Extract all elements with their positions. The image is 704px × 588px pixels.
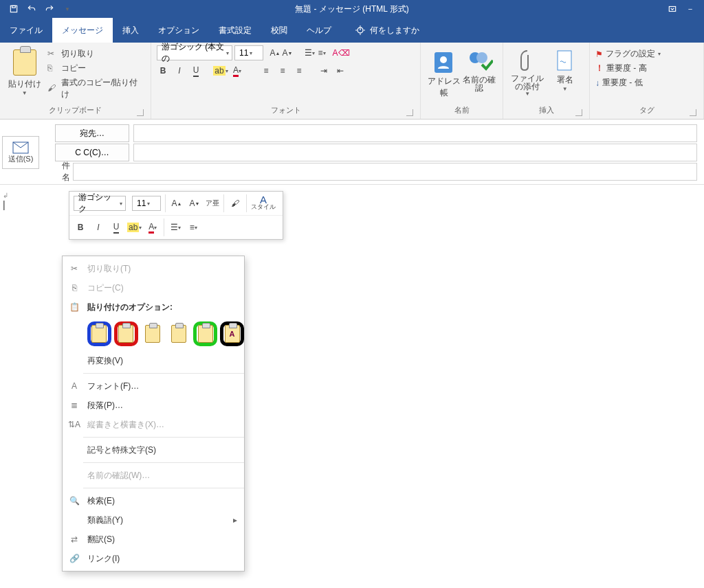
importance-high-button[interactable]: ！重要度 - 高 <box>595 63 647 74</box>
cm-paragraph[interactable]: ≣段落(P)… <box>63 396 244 415</box>
tab-file[interactable]: ファイル <box>0 18 52 43</box>
cm-reconvert[interactable]: 再変換(V) <box>63 351 244 370</box>
mini-styles-label: スタイル <box>251 203 276 210</box>
tab-help[interactable]: ヘルプ <box>297 18 341 43</box>
align-left-icon[interactable]: ≡ <box>260 65 272 77</box>
mini-shrink-font-icon[interactable]: A▼ <box>188 196 201 211</box>
align-right-icon[interactable]: ≡ <box>293 65 305 77</box>
insert-launcher[interactable] <box>575 109 582 116</box>
chevron-right-icon: ▸ <box>233 515 244 525</box>
paste-button[interactable]: 貼り付け ▼ <box>6 45 43 96</box>
underline-icon[interactable]: U <box>190 65 202 77</box>
tab-format[interactable]: 書式設定 <box>209 18 261 43</box>
tab-message[interactable]: メッセージ <box>52 18 113 43</box>
mini-font-color-icon[interactable]: A▾ <box>146 220 160 235</box>
clipboard-launcher[interactable] <box>137 109 144 116</box>
font-color-icon[interactable]: A▾ <box>231 65 243 77</box>
bold-icon[interactable]: B <box>157 65 169 77</box>
format-painter-button[interactable]: 🖌書式のコピー/貼り付け <box>47 77 145 100</box>
mini-format-painter-icon[interactable]: 🖌 <box>228 196 242 211</box>
cm-font-label: フォント(F)… <box>87 381 139 392</box>
cm-cut[interactable]: ✂切り取り(T) <box>63 259 244 278</box>
cm-link[interactable]: 🔗リンク(I) <box>63 549 244 568</box>
ribbon-display-icon[interactable] <box>666 2 679 16</box>
mini-italic-icon[interactable]: I <box>91 220 105 235</box>
paste-picture-button[interactable] <box>193 321 217 346</box>
check-names-button[interactable]: 名前の確認 <box>462 45 498 92</box>
mini-styles-button[interactable]: Aスタイル <box>251 196 276 211</box>
indent-increase-icon[interactable]: ⇥ <box>318 65 330 77</box>
attach-file-button[interactable]: ファイルの添付▼ <box>509 45 547 97</box>
undo-icon[interactable] <box>25 2 38 16</box>
mini-highlight-icon[interactable]: ab▾ <box>127 220 142 235</box>
cut-button[interactable]: ✂切り取り <box>47 48 145 60</box>
qat-dropdown-icon[interactable]: ▼ <box>60 2 74 16</box>
paste-keep-source-button[interactable] <box>87 321 111 346</box>
align-center-icon[interactable]: ≡ <box>276 65 289 77</box>
save-icon[interactable] <box>7 2 21 16</box>
flag-button[interactable]: ⚑フラグの設定▾ <box>595 48 661 60</box>
mini-size-combo[interactable]: 11▾ <box>132 196 161 211</box>
paste-text-only-button[interactable]: A <box>220 321 244 346</box>
svg-rect-8 <box>558 51 571 70</box>
mini-font-combo[interactable]: 游ゴシック▾ <box>74 196 126 211</box>
to-input[interactable] <box>133 124 697 142</box>
send-button[interactable]: 送信(S) <box>2 136 39 169</box>
font-size-combo[interactable]: 11▾ <box>234 45 263 60</box>
cc-label: C C(C)… <box>75 148 109 157</box>
cm-checknames[interactable]: 名前の確認(W)… <box>63 466 244 485</box>
mini-bullets-icon[interactable]: ☰▾ <box>168 220 182 235</box>
tab-options[interactable]: オプション <box>148 18 209 43</box>
tags-launcher[interactable] <box>690 109 696 116</box>
cm-search[interactable]: 🔍検索(E) <box>63 491 244 510</box>
signature-button[interactable]: 署名▼ <box>547 45 584 92</box>
highlight-icon[interactable]: ab▾ <box>214 65 227 77</box>
clear-format-icon[interactable]: A⌫ <box>335 47 347 59</box>
address-book-button[interactable]: アドレス帳 <box>426 45 462 99</box>
importance-low-button[interactable]: ↓重要度 - 低 <box>595 77 643 89</box>
mini-numbering-icon[interactable]: ≡▾ <box>186 220 200 235</box>
grow-font-icon[interactable]: A▲ <box>269 47 281 59</box>
mini-grow-font-icon[interactable]: A▲ <box>170 196 184 211</box>
cc-input[interactable] <box>133 144 697 161</box>
cm-translate-label: 翻訳(S) <box>87 534 115 545</box>
group-insert-label: 挿入 <box>539 106 554 114</box>
subject-input[interactable] <box>73 163 697 181</box>
font-launcher[interactable] <box>406 109 413 116</box>
to-label: 宛先… <box>80 128 104 139</box>
cm-direction[interactable]: ⇅A縦書きと横書き(X)… <box>63 415 244 434</box>
bullets-icon[interactable]: ☰▾ <box>303 47 316 59</box>
minimize-button[interactable]: － <box>683 2 697 16</box>
cc-button[interactable]: C C(C)… <box>55 144 129 161</box>
font-size-value: 11 <box>239 48 248 58</box>
tab-review[interactable]: 校閲 <box>261 18 297 43</box>
cm-direction-label: 縦書きと横書き(X)… <box>87 419 164 431</box>
cm-translate[interactable]: ⇄翻訳(S) <box>63 530 244 549</box>
shrink-font-icon[interactable]: A▼ <box>281 47 294 59</box>
cm-synonyms[interactable]: 類義語(Y)▸ <box>63 510 244 530</box>
paste-merge-button[interactable] <box>114 321 138 346</box>
paste-link-button[interactable] <box>167 321 190 346</box>
cm-checknames-label: 名前の確認(W)… <box>87 470 150 482</box>
cm-cut-label: 切り取り(T) <box>87 263 131 275</box>
mini-underline-icon[interactable]: U <box>109 220 123 235</box>
cm-font[interactable]: Aフォント(F)… <box>63 376 244 396</box>
copy-button[interactable]: ⎘コピー <box>47 63 145 74</box>
italic-icon[interactable]: I <box>173 65 186 77</box>
tab-insert[interactable]: 挿入 <box>113 18 148 43</box>
font-name-combo[interactable]: 游ゴシック (本文の▾ <box>157 45 232 60</box>
paintbrush-icon: 🖌 <box>47 83 58 94</box>
mini-phonetic-icon[interactable]: ア亜 <box>206 196 219 211</box>
cm-copy[interactable]: ⎘コピー(C) <box>63 278 244 297</box>
translate-icon: ⇄ <box>68 534 80 544</box>
tell-me-search[interactable]: 何をしますか <box>355 25 419 36</box>
svg-rect-0 <box>10 5 16 12</box>
numbering-icon[interactable]: ≡▾ <box>316 47 328 59</box>
indent-decrease-icon[interactable]: ⇤ <box>334 65 346 77</box>
tell-me-label: 何をしますか <box>370 25 419 36</box>
redo-icon[interactable] <box>43 2 56 16</box>
cm-symbols[interactable]: 記号と特殊文字(S) <box>63 440 244 460</box>
mini-bold-icon[interactable]: B <box>74 220 87 235</box>
to-button[interactable]: 宛先… <box>55 124 129 142</box>
paste-use-destination-button[interactable] <box>141 321 164 346</box>
